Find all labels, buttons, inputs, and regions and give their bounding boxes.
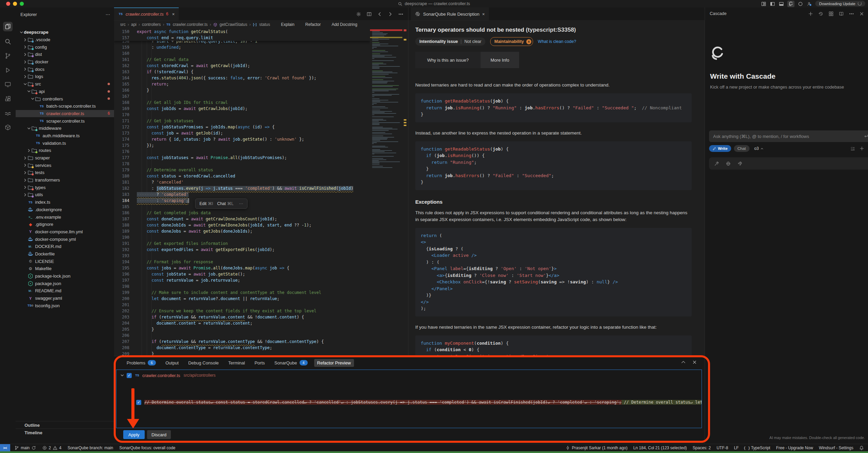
tree-item-makefile[interactable]: ⚙Makefile	[16, 265, 114, 272]
activity-search[interactable]	[3, 37, 13, 46]
tab-more-info[interactable]: More Info	[481, 52, 519, 68]
close-tab-icon[interactable]: ×	[482, 12, 485, 17]
tree-item-docker-compose-yml[interactable]: docker-compose.yml	[16, 235, 114, 243]
tree-item-types[interactable]: types	[16, 184, 114, 191]
code-line[interactable]: 168 // Get all job IDs for this crawl	[114, 99, 370, 106]
tree-item-docker[interactable]: docker	[16, 58, 114, 66]
tree-item-src[interactable]: src	[16, 80, 114, 88]
code-line[interactable]: 206	[114, 332, 370, 339]
code-line[interactable]: 191 // Get exported files information	[114, 240, 370, 247]
hammer-icon[interactable]	[714, 161, 719, 166]
tree-item--env-example[interactable]: >_.env.example	[16, 213, 114, 221]
tree-item-license[interactable]: ©LICENSE	[16, 257, 114, 265]
status-item-ln-184-col-21-123-select[interactable]: Ln 184, Col 21 (123 selected)	[633, 446, 687, 450]
discard-button[interactable]: Discard	[147, 430, 171, 439]
panel-tab-terminal[interactable]: Terminal	[225, 359, 248, 367]
status-item-sonarqube-focus-overall-[interactable]: SonarQube focus: overall code	[119, 446, 175, 450]
panel-tab-debug-console[interactable]: Debug Console	[185, 359, 222, 367]
code-line[interactable]: 186 // Get completed jobs data	[114, 210, 370, 216]
file-checkbox[interactable]: ✓	[127, 373, 132, 378]
tree-item-crawler-controller-ts[interactable]: TScrawler.controller.ts6	[16, 110, 114, 118]
code-line[interactable]: 202 // Ensure we keep the content fields…	[114, 308, 370, 314]
chat-mode-button[interactable]: Chat	[734, 145, 750, 152]
status-item-main[interactable]: main	[14, 446, 36, 450]
code-line[interactable]: 160	[114, 50, 370, 57]
code-line[interactable]: 198	[114, 283, 370, 290]
tree-item-dist[interactable]: dist	[16, 51, 114, 58]
code-line[interactable]: 209 }	[114, 351, 370, 356]
tree-item-tests[interactable]: tests	[16, 169, 114, 176]
maintainability-pill[interactable]: Maintainability ∧	[490, 37, 533, 46]
sidebar-section-timeline[interactable]: Timeline	[16, 428, 114, 436]
layout-grid-icon[interactable]	[761, 1, 767, 6]
tree-item-docker-compose-llm-yml[interactable]: Ydocker-compose.llm.yml	[16, 228, 114, 236]
code-line[interactable]: 175 });	[114, 142, 370, 149]
tree-item-index-ts[interactable]: TSindex.ts	[16, 199, 114, 206]
code-line[interactable]: 201	[114, 302, 370, 308]
breadcrumb-item[interactable]: src	[120, 22, 126, 27]
widget-more-icon[interactable]: ⋯	[239, 201, 243, 206]
tree-item-auth-middleware-ts[interactable]: TSauth.middleware.ts	[16, 132, 114, 140]
breadcrumb-item[interactable]: getCrawlStatus	[220, 22, 247, 27]
breadcrumb-item[interactable]: api	[131, 22, 136, 27]
code-line[interactable]: 193	[114, 253, 370, 259]
code-line[interactable]: 166 }	[114, 87, 370, 93]
editor-action-add-docstring[interactable]: Add Docstring	[332, 22, 357, 27]
code-line[interactable]: 182 : jobStatuses.every(j => j.status ==…	[114, 185, 370, 191]
code-line[interactable]: 200 let document = returnValue?.document…	[114, 296, 370, 302]
tree-item-docs[interactable]: docs	[16, 65, 114, 73]
change-checkbox[interactable]: ✓	[136, 400, 141, 405]
tree-item-swagger-yaml[interactable]: Yswagger.yaml	[16, 295, 114, 302]
tab-crawler-controller[interactable]: TS crawler.controller.ts 6 ×	[114, 7, 179, 20]
code-line[interactable]: 165 return;	[114, 81, 370, 87]
editor-action-refactor[interactable]: Refactor	[305, 22, 321, 27]
code-line[interactable]: 190	[114, 234, 370, 240]
tree-item-config[interactable]: config	[16, 43, 114, 51]
remote-indicator[interactable]: ><	[0, 444, 10, 452]
write-mode-button[interactable]: Write	[709, 145, 731, 152]
refactor-change-row[interactable]: ✓ // Determine overall status↵ const sta…	[116, 399, 702, 406]
activity-run-debug[interactable]	[3, 65, 13, 75]
tree-item-dockerfile[interactable]: Dockerfile	[16, 250, 114, 258]
tree-item-scraper[interactable]: scraper	[16, 154, 114, 162]
globe-icon[interactable]	[726, 161, 731, 166]
tree-item--gitignore[interactable]: ◆.gitignore	[16, 221, 114, 228]
code-line[interactable]: 150export async function getCrawlStatus(	[114, 29, 370, 35]
close-tab-icon[interactable]: ×	[172, 12, 175, 17]
activity-explorer[interactable]	[3, 22, 13, 31]
code-line[interactable]: 173 const job = await getJob(id);	[114, 130, 370, 136]
code-line[interactable]: 162 const storedCrawl = await getCrawl(j…	[114, 63, 370, 69]
code-line[interactable]: 194 // Format jobs for response	[114, 259, 370, 265]
maximize-panel-icon[interactable]	[681, 360, 686, 365]
code-line[interactable]: 187 const doneCount = await getCrawlDone…	[114, 216, 370, 222]
code-line[interactable]: 167	[114, 93, 370, 99]
code-line[interactable]: 204 document.content = returnValue.conte…	[114, 320, 370, 326]
tab-sonarqube-rule-description[interactable]: SonarQube Rule Description ×	[411, 7, 489, 20]
activity-package-box[interactable]	[3, 123, 13, 132]
model-selector[interactable]: o3	[754, 146, 764, 151]
code-line[interactable]: 169 const jobIds = await getCrawlJobs(jo…	[114, 106, 370, 112]
code-line[interactable]: 178	[114, 161, 370, 167]
tree-item-docker-md[interactable]: M↓DOCKER.md	[16, 243, 114, 250]
activity-source-control[interactable]	[3, 51, 13, 61]
activity-windsurf-wave[interactable]	[3, 109, 13, 119]
apply-button[interactable]: Apply	[123, 430, 145, 439]
panel-tab-refactor-preview[interactable]: Refactor Preview	[314, 359, 354, 367]
code-line[interactable]: 205 }	[114, 326, 370, 332]
code-line[interactable]: 177 const jobStatuses = await Promise.al…	[114, 155, 370, 161]
code-line[interactable]: 172 const jobStatusPromises = jobIds.map…	[114, 124, 370, 130]
tree-item-scraper-controller-ts[interactable]: TSscraper.controller.ts	[16, 117, 114, 125]
panel-left-icon[interactable]	[770, 1, 775, 6]
status-item-windsurf-settings[interactable]: Windsurf - Settings	[819, 446, 853, 450]
more-icon[interactable]	[398, 12, 403, 17]
panel-bottom-icon[interactable]	[778, 1, 784, 6]
sidebar-section-outline[interactable]: Outline	[16, 421, 114, 429]
code-line[interactable]: 203 if (returnValue && returnValue.conte…	[114, 314, 370, 320]
panel-tab-output[interactable]: Output	[162, 359, 182, 367]
code-line[interactable]: 189 const doneJobs = await getJobs(doneJ…	[114, 228, 370, 234]
panel-tab-ports[interactable]: Ports	[252, 359, 268, 367]
status-item-utf-8[interactable]: UTF-8	[717, 446, 728, 450]
cascade-icon[interactable]	[787, 1, 794, 7]
account-clock-icon[interactable]	[806, 1, 812, 6]
tree-item-api[interactable]: api	[16, 88, 114, 95]
